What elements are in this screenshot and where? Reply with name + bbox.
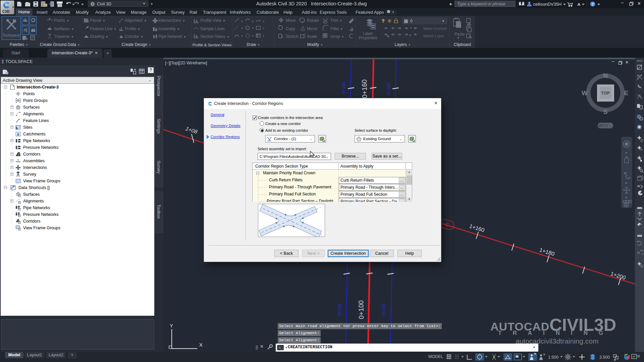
svg-text:S: S bbox=[603, 108, 608, 115]
svg-text:cellisonDV35H: cellisonDV35H bbox=[533, 2, 561, 7]
svg-text:3.500: 3.500 bbox=[599, 355, 610, 360]
svg-text:1+08: 1+08 bbox=[185, 126, 198, 135]
svg-text:1:500: 1:500 bbox=[548, 355, 558, 360]
svg-text:1+160: 1+160 bbox=[469, 223, 485, 233]
svg-text:C: C bbox=[445, 221, 450, 228]
svg-text:?: ? bbox=[592, 2, 594, 6]
svg-text:0+160: 0+160 bbox=[386, 83, 391, 95]
svg-text:E: E bbox=[624, 89, 629, 97]
svg-text:A: A bbox=[640, 148, 642, 151]
svg-text:0+100: 0+100 bbox=[357, 300, 365, 319]
svg-text:Match Layer: Match Layer bbox=[423, 34, 444, 38]
svg-text:0+160: 0+160 bbox=[341, 81, 346, 94]
svg-text:X: X bbox=[199, 342, 203, 348]
svg-text:0+160: 0+160 bbox=[361, 79, 368, 99]
svg-text:WCS: WCS bbox=[598, 123, 608, 128]
svg-text:0+100: 0+100 bbox=[381, 304, 386, 316]
svg-text:N: N bbox=[603, 72, 608, 79]
svg-text:Make Current: Make Current bbox=[423, 26, 447, 31]
svg-text:1+180: 1+180 bbox=[539, 247, 555, 257]
svg-text:0+100: 0+100 bbox=[337, 304, 342, 316]
svg-text:W: W bbox=[582, 89, 588, 97]
svg-text:TOP: TOP bbox=[601, 91, 609, 96]
svg-text:Y: Y bbox=[170, 323, 173, 328]
